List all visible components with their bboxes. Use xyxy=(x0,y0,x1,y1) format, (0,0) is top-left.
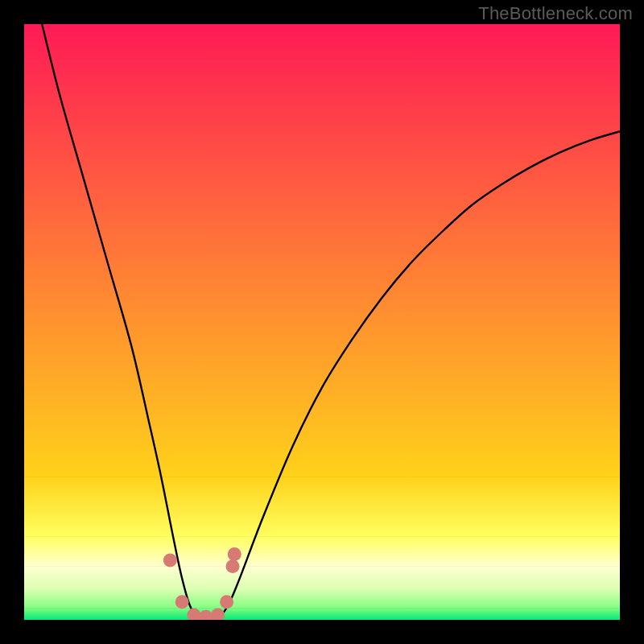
data-marker xyxy=(226,559,240,573)
svg-rect-5 xyxy=(24,608,620,620)
svg-rect-4 xyxy=(24,590,620,609)
chart-frame: TheBottleneck.com xyxy=(0,0,644,644)
svg-rect-1 xyxy=(24,477,620,537)
data-marker xyxy=(228,547,242,561)
data-marker xyxy=(163,554,177,568)
watermark-text: TheBottleneck.com xyxy=(478,3,633,24)
data-marker xyxy=(175,595,189,609)
svg-rect-2 xyxy=(24,536,620,567)
svg-rect-0 xyxy=(24,24,620,477)
svg-rect-3 xyxy=(24,566,620,590)
data-marker xyxy=(220,595,233,609)
chart-svg xyxy=(24,24,620,620)
plot-area xyxy=(24,24,620,620)
